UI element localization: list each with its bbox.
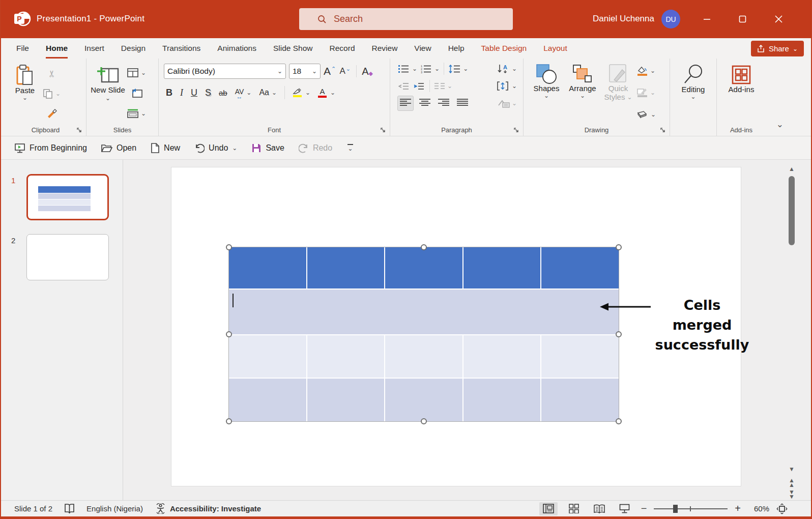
resize-handle[interactable] [616, 331, 622, 337]
resize-handle[interactable] [421, 418, 427, 424]
chevron-down-icon[interactable]: ⌄ [246, 90, 251, 96]
open-button[interactable]: Open [101, 143, 136, 153]
resize-handle[interactable] [616, 418, 622, 424]
toolbar-overflow-icon[interactable]: ⌄ [346, 144, 354, 152]
tab-home[interactable]: Home [46, 38, 68, 59]
clipboard-dialog-launcher-icon[interactable] [77, 128, 82, 133]
tab-file[interactable]: File [16, 38, 29, 59]
character-spacing-button[interactable]: AV ↔ [235, 88, 244, 98]
editing-button[interactable]: Editing ⌄ [682, 64, 705, 124]
table-cell[interactable] [229, 247, 306, 289]
chevron-down-icon[interactable]: ⌄ [512, 83, 517, 89]
tab-transitions[interactable]: Transitions [162, 38, 200, 59]
paragraph-dialog-launcher-icon[interactable] [514, 128, 519, 133]
table-cell[interactable] [463, 335, 541, 378]
chevron-down-icon[interactable]: ⌄ [412, 66, 417, 72]
slide-indicator[interactable]: Slide 1 of 2 [14, 504, 52, 513]
increase-indent-button[interactable] [413, 80, 425, 92]
slide-sorter-view-button[interactable] [565, 502, 583, 515]
share-button[interactable]: Share ⌄ [751, 41, 804, 56]
resize-handle[interactable] [226, 244, 232, 250]
font-dialog-launcher-icon[interactable] [381, 128, 386, 133]
maximize-button[interactable] [731, 0, 754, 38]
decrease-font-size-button[interactable]: A⌄ [339, 65, 351, 77]
table-cell[interactable] [541, 335, 619, 378]
line-spacing-button[interactable] [448, 63, 460, 75]
table-cell[interactable] [463, 379, 541, 421]
drawing-dialog-launcher-icon[interactable] [660, 128, 666, 133]
close-button[interactable] [767, 0, 790, 38]
tab-record[interactable]: Record [330, 38, 355, 59]
reset-slide-button[interactable] [127, 87, 146, 99]
font-name-select[interactable]: Calibri (Body) ⌄ [164, 64, 286, 79]
font-color-button[interactable]: A [318, 88, 327, 98]
align-left-button[interactable] [397, 96, 414, 111]
merged-cell[interactable] [229, 290, 619, 334]
text-highlight-color-button[interactable] [293, 88, 302, 97]
tab-slide-show[interactable]: Slide Show [273, 38, 313, 59]
minimize-button[interactable] [695, 0, 718, 38]
language-indicator[interactable]: English (Nigeria) [86, 504, 143, 513]
decrease-indent-button[interactable] [397, 80, 410, 92]
fit-slide-to-window-icon[interactable] [776, 503, 788, 514]
avatar[interactable]: DU [661, 10, 680, 28]
from-beginning-button[interactable]: From Beginning [14, 143, 87, 153]
chevron-down-icon[interactable]: ⌄ [434, 66, 440, 72]
add-ins-button[interactable]: Add-ins [729, 65, 755, 124]
chevron-down-icon[interactable]: ⌄ [305, 90, 310, 96]
table-cell[interactable] [307, 379, 385, 421]
clear-formatting-button[interactable]: A◆ [356, 65, 373, 77]
new-button[interactable]: New [151, 143, 180, 153]
table-cell[interactable] [307, 247, 385, 289]
table-cell[interactable] [385, 247, 462, 289]
align-center-button[interactable] [417, 96, 432, 110]
zoom-slider[interactable] [654, 508, 728, 509]
redo-button[interactable]: Redo [299, 143, 332, 153]
table-cell[interactable] [229, 379, 306, 421]
tab-layout[interactable]: Layout [543, 38, 567, 59]
shape-fill-button[interactable]: ⌄ [636, 65, 656, 77]
section-button[interactable]: ⌄ [127, 107, 146, 120]
convert-to-smartart-button[interactable]: ⌄ [498, 97, 517, 109]
shape-outline-button[interactable]: ⌄ [636, 86, 656, 99]
cut-button[interactable]: ✂ [43, 68, 61, 80]
spellcheck-icon[interactable] [65, 504, 74, 514]
next-slide-button[interactable]: ▼▼ [785, 490, 798, 499]
align-right-button[interactable] [436, 96, 451, 110]
text-shadow-button[interactable]: S [205, 88, 211, 98]
chevron-down-icon[interactable]: ⌄ [272, 90, 277, 96]
accessibility-status[interactable]: Accessibility: Investigate [170, 504, 261, 513]
slideshow-view-button[interactable] [616, 502, 634, 515]
scrollbar-thumb[interactable] [789, 176, 795, 245]
shapes-button[interactable]: Shapes ⌄ [530, 64, 563, 124]
table-cell[interactable] [541, 247, 619, 289]
text-direction-button[interactable]: A [497, 63, 509, 75]
change-case-button[interactable]: Aa [259, 88, 269, 97]
undo-button[interactable]: Undo ⌄ [194, 143, 237, 153]
zoom-slider-thumb[interactable] [673, 505, 678, 513]
zoom-in-button[interactable]: + [735, 503, 741, 514]
normal-view-button[interactable] [539, 502, 558, 515]
tab-animations[interactable]: Animations [217, 38, 256, 59]
tab-review[interactable]: Review [372, 38, 398, 59]
chevron-down-icon[interactable]: ⌄ [232, 145, 237, 151]
save-button[interactable]: Save [251, 143, 284, 153]
zoom-level[interactable]: 60% [748, 504, 769, 513]
collapse-ribbon-icon[interactable]: ⌄ [776, 119, 784, 130]
tab-view[interactable]: View [414, 38, 431, 59]
tab-help[interactable]: Help [448, 38, 465, 59]
reading-view-button[interactable] [590, 502, 608, 515]
bullets-button[interactable] [397, 63, 410, 75]
scroll-down-icon[interactable]: ▼ [785, 466, 798, 472]
search-input[interactable]: Search [299, 8, 513, 30]
table-cell[interactable] [463, 247, 541, 289]
paste-button[interactable]: Paste ⌄ [7, 62, 43, 124]
slide-1-thumbnail[interactable] [26, 174, 109, 220]
table-cell[interactable] [385, 335, 462, 378]
underline-button[interactable]: U [191, 88, 197, 98]
copy-button[interactable]: ⌄ [43, 88, 61, 100]
tab-insert[interactable]: Insert [84, 38, 104, 59]
chevron-down-icon[interactable]: ⌄ [330, 90, 335, 96]
previous-slide-button[interactable]: ▲▲ [785, 478, 798, 487]
italic-button[interactable]: I [180, 88, 183, 98]
